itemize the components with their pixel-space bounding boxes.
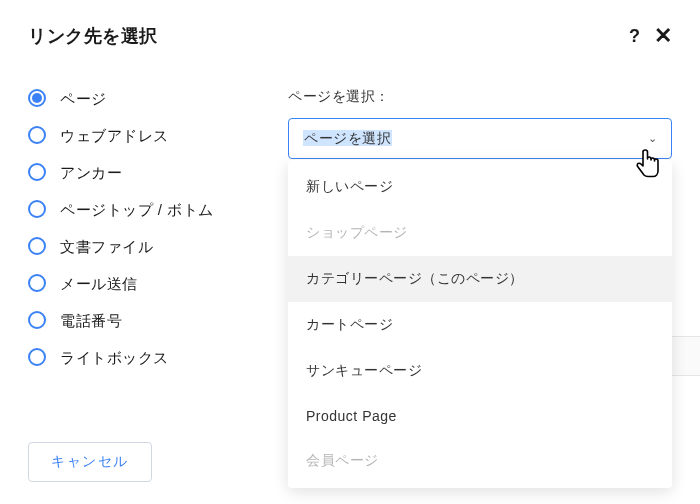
dialog-footer: キャンセル: [28, 442, 152, 482]
page-select-panel: ページを選択： ページを選択 ⌄ 新しいページ ショップページ カテゴリーページ…: [288, 88, 672, 368]
radio-label: 電話番号: [60, 310, 122, 331]
radio-indicator: [28, 200, 46, 218]
radio-option-email[interactable]: メール送信: [28, 273, 228, 294]
dropdown-item-member-page: 会員ページ: [288, 438, 672, 484]
dropdown-item-thankyou-page[interactable]: サンキューページ: [288, 348, 672, 394]
select-placeholder-wrap: ページを選択: [303, 129, 392, 148]
dropdown-item-new-page[interactable]: 新しいページ: [288, 164, 672, 210]
radio-option-anchor[interactable]: アンカー: [28, 162, 228, 183]
radio-label: ページ: [60, 88, 107, 109]
radio-indicator: [28, 126, 46, 144]
radio-option-document-file[interactable]: 文書ファイル: [28, 236, 228, 257]
radio-option-web-address[interactable]: ウェブアドレス: [28, 125, 228, 146]
radio-label: アンカー: [60, 162, 122, 183]
radio-indicator: [28, 163, 46, 181]
dropdown-item-cart-page[interactable]: カートページ: [288, 302, 672, 348]
dialog-content: ページ ウェブアドレス アンカー ページトップ / ボトム 文書ファイル メール…: [0, 60, 700, 368]
radio-label: ページトップ / ボトム: [60, 199, 214, 220]
radio-option-page-top-bottom[interactable]: ページトップ / ボトム: [28, 199, 228, 220]
radio-indicator: [28, 274, 46, 292]
radio-option-lightbox[interactable]: ライトボックス: [28, 347, 228, 368]
radio-indicator: [28, 348, 46, 366]
header-actions: ? ✕: [629, 25, 672, 47]
radio-label: ウェブアドレス: [60, 125, 169, 146]
radio-indicator: [28, 237, 46, 255]
page-select-dropdown[interactable]: ページを選択 ⌄: [288, 118, 672, 159]
select-placeholder: ページを選択: [303, 130, 392, 146]
select-field-label: ページを選択：: [288, 88, 672, 106]
radio-indicator: [28, 89, 46, 107]
dropdown-item-category-page[interactable]: カテゴリーページ（このページ）: [288, 256, 672, 302]
link-type-panel: ページ ウェブアドレス アンカー ページトップ / ボトム 文書ファイル メール…: [28, 88, 228, 368]
dialog-title: リンク先を選択: [28, 24, 158, 48]
help-icon[interactable]: ?: [629, 27, 640, 45]
dropdown-item-shop-page: ショップページ: [288, 210, 672, 256]
radio-option-phone[interactable]: 電話番号: [28, 310, 228, 331]
radio-label: メール送信: [60, 273, 138, 294]
radio-indicator: [28, 311, 46, 329]
cancel-button[interactable]: キャンセル: [28, 442, 152, 482]
dropdown-item-product-page[interactable]: Product Page: [288, 394, 672, 438]
radio-label: 文書ファイル: [60, 236, 153, 257]
chevron-down-icon: ⌄: [648, 132, 657, 145]
page-dropdown-menu: 新しいページ ショップページ カテゴリーページ（このページ） カートページ サン…: [288, 160, 672, 488]
radio-option-page[interactable]: ページ: [28, 88, 228, 109]
radio-list: ページ ウェブアドレス アンカー ページトップ / ボトム 文書ファイル メール…: [28, 88, 228, 368]
close-icon[interactable]: ✕: [654, 25, 672, 47]
radio-label: ライトボックス: [60, 347, 169, 368]
dialog-header: リンク先を選択 ? ✕: [0, 0, 700, 60]
